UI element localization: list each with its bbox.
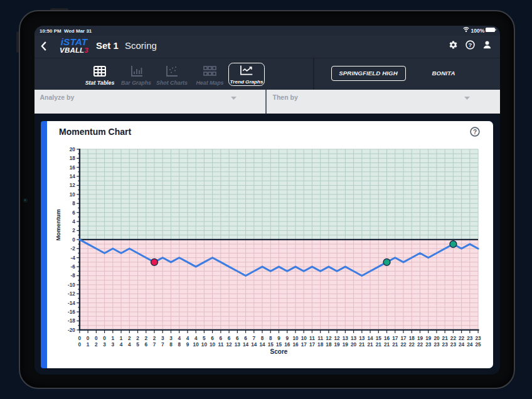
svg-text:9: 9 (277, 336, 280, 341)
svg-text:7: 7 (152, 341, 156, 347)
svg-text:2: 2 (144, 336, 147, 341)
svg-text:2: 2 (95, 341, 98, 347)
svg-text:19: 19 (417, 336, 423, 341)
svg-text:4: 4 (119, 341, 122, 347)
svg-text:13: 13 (351, 336, 357, 341)
svg-text:18: 18 (317, 341, 324, 347)
svg-text:4: 4 (72, 218, 75, 224)
svg-text:0: 0 (78, 336, 81, 341)
svg-text:?: ? (468, 41, 472, 48)
svg-text:-2: -2 (70, 246, 75, 252)
svg-text:17: 17 (400, 336, 407, 341)
svg-text:9: 9 (285, 336, 289, 341)
svg-text:-4: -4 (70, 255, 75, 260)
svg-text:19: 19 (425, 336, 432, 341)
svg-text:-12: -12 (68, 291, 75, 297)
svg-text:23: 23 (475, 336, 481, 341)
svg-text:1: 1 (86, 341, 89, 347)
svg-text:17: 17 (309, 341, 315, 347)
svg-text:10: 10 (292, 336, 299, 341)
svg-text:18: 18 (69, 156, 75, 161)
svg-text:8: 8 (169, 341, 173, 347)
svg-text:14: 14 (243, 341, 249, 347)
svg-text:15: 15 (375, 336, 381, 341)
svg-text:14: 14 (69, 173, 75, 179)
svg-text:14: 14 (251, 341, 257, 347)
svg-text:1: 1 (111, 336, 114, 341)
svg-text:11: 11 (309, 336, 315, 341)
svg-text:24: 24 (459, 341, 465, 347)
svg-text:21: 21 (383, 341, 390, 347)
svg-text:12: 12 (69, 183, 75, 188)
svg-text:6: 6 (72, 210, 75, 215)
svg-text:5: 5 (136, 341, 139, 347)
svg-text:Score: Score (270, 348, 287, 355)
svg-text:6: 6 (236, 336, 239, 341)
svg-text:23: 23 (442, 341, 448, 347)
svg-text:12: 12 (334, 336, 340, 341)
svg-text:-8: -8 (70, 273, 75, 279)
svg-text:6: 6 (244, 336, 247, 341)
svg-text:25: 25 (475, 341, 481, 347)
svg-text:24: 24 (467, 341, 473, 347)
svg-text:6: 6 (219, 336, 222, 341)
svg-text:3: 3 (103, 341, 106, 347)
svg-text:21: 21 (392, 341, 398, 347)
svg-text:0: 0 (78, 341, 81, 347)
svg-text:3: 3 (161, 336, 164, 341)
svg-text:13: 13 (234, 341, 240, 347)
svg-text:16: 16 (69, 164, 75, 170)
svg-text:Momentum: Momentum (54, 209, 61, 241)
svg-text:2: 2 (128, 336, 131, 341)
svg-text:13: 13 (359, 336, 365, 341)
svg-text:19: 19 (334, 341, 340, 347)
svg-text:9: 9 (186, 341, 189, 347)
svg-text:20: 20 (351, 341, 357, 347)
svg-text:20: 20 (434, 336, 440, 341)
svg-text:21: 21 (375, 341, 381, 347)
svg-text:7: 7 (252, 336, 255, 341)
svg-text:11: 11 (317, 336, 323, 341)
svg-text:14: 14 (259, 341, 265, 347)
svg-text:22: 22 (400, 341, 407, 347)
svg-text:15: 15 (275, 341, 282, 347)
svg-text:8: 8 (72, 201, 75, 206)
svg-text:3: 3 (111, 341, 114, 347)
svg-text:1: 1 (119, 336, 122, 341)
svg-text:2: 2 (152, 336, 156, 341)
svg-text:13: 13 (342, 336, 348, 341)
svg-text:16: 16 (383, 336, 390, 341)
svg-text:-10: -10 (68, 282, 75, 287)
svg-text:10: 10 (201, 341, 207, 347)
svg-text:23: 23 (450, 341, 456, 347)
svg-text:20: 20 (69, 146, 75, 152)
svg-text:8: 8 (178, 341, 181, 347)
svg-text:16: 16 (292, 341, 299, 347)
svg-text:23: 23 (467, 336, 473, 341)
svg-text:-18: -18 (68, 318, 75, 324)
svg-text:-20: -20 (68, 327, 75, 332)
svg-text:0: 0 (86, 336, 89, 341)
svg-text:22: 22 (459, 336, 465, 341)
svg-text:4: 4 (128, 341, 131, 347)
svg-text:2: 2 (72, 228, 75, 233)
svg-text:10: 10 (210, 341, 216, 347)
svg-text:21: 21 (359, 341, 365, 347)
svg-text:5: 5 (203, 336, 206, 341)
svg-text:17: 17 (301, 341, 307, 347)
svg-text:-16: -16 (68, 309, 75, 314)
svg-text:17: 17 (392, 336, 398, 341)
svg-text:19: 19 (342, 341, 348, 347)
svg-text:10: 10 (301, 336, 307, 341)
svg-text:22: 22 (417, 341, 423, 347)
svg-text:14: 14 (367, 336, 373, 341)
svg-text:16: 16 (284, 341, 290, 347)
svg-text:2: 2 (136, 336, 139, 341)
svg-text:-6: -6 (70, 263, 75, 269)
svg-text:6: 6 (227, 336, 230, 341)
svg-text:18: 18 (326, 341, 332, 347)
svg-text:4: 4 (178, 336, 181, 341)
svg-text:12: 12 (226, 341, 232, 347)
svg-text:4: 4 (194, 336, 197, 341)
svg-text:11: 11 (218, 341, 223, 347)
